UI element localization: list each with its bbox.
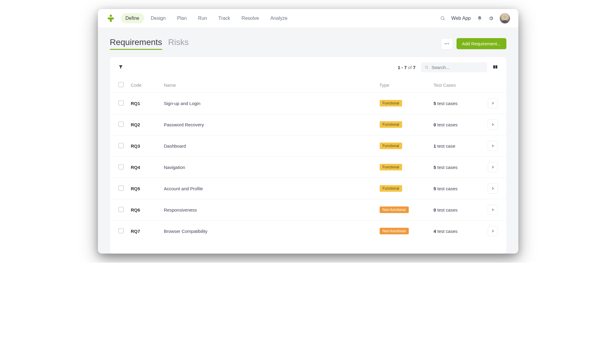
test-cases-count: 5 test cases [430,178,484,199]
app-window: DefineDesignPlanRunTrackResolveAnalyze W… [98,9,518,254]
table-row[interactable]: RQ4NavigationFunctional5 test cases [110,157,506,178]
requirement-code: RQ2 [127,114,160,135]
svg-point-0 [110,15,112,17]
svg-line-4 [444,19,445,20]
requirement-name: Dashboard [160,135,376,157]
row-expand-button[interactable] [488,119,498,130]
more-actions-button[interactable]: ··· [441,38,453,50]
row-checkbox[interactable] [118,122,124,127]
test-cases-count: 4 test cases [430,221,484,242]
select-all-checkbox[interactable] [118,82,124,87]
filter-icon[interactable] [118,65,123,71]
table-row[interactable]: RQ5Account and ProfileFunctional5 test c… [110,178,506,199]
pagination-total: 7 [413,65,415,70]
svg-point-6 [425,66,428,68]
table-row[interactable]: RQ2Password RecoveryFunctional0 test cas… [110,114,506,135]
page-tab-risks[interactable]: Risks [168,38,189,49]
svg-rect-2 [110,17,112,22]
test-cases-count: 5 test cases [430,157,484,178]
nav-item-resolve[interactable]: Resolve [237,13,264,23]
column-header-actions [484,78,506,93]
requirement-code: RQ6 [127,199,160,221]
requirement-name: Responsiveness [160,199,376,221]
requirement-name: Account and Profile [160,178,376,199]
row-expand-button[interactable] [488,162,498,172]
column-header-type[interactable]: Type [376,78,430,93]
table-row[interactable]: RQ7Browser CompatibilityNon-functional4 … [110,221,506,242]
top-bar: DefineDesignPlanRunTrackResolveAnalyze W… [98,9,518,28]
type-badge: Non-functional [380,228,409,234]
content-area: RequirementsRisks ··· Add Requirement...… [98,28,518,254]
top-bar-right: Web App [440,13,510,23]
row-checkbox[interactable] [118,164,124,170]
row-expand-button[interactable] [488,183,498,194]
page-tabs: RequirementsRisks [110,38,189,50]
requirement-name: Sign-up and Login [160,93,376,114]
project-selector[interactable]: Web App [451,16,471,21]
type-badge: Non-functional [380,206,409,213]
column-header-testcases[interactable]: Test Cases [430,78,484,93]
nav-item-track[interactable]: Track [214,13,235,23]
page-actions: ··· Add Requirement... [441,38,506,50]
row-expand-button[interactable] [488,141,498,151]
column-header-code[interactable]: Code [127,78,160,93]
requirement-name: Navigation [160,157,376,178]
search-box[interactable] [421,62,487,72]
search-input[interactable] [432,65,484,70]
test-cases-count: 0 test cases [430,199,484,221]
svg-point-5 [503,15,507,19]
nav-item-plan[interactable]: Plan [172,13,192,23]
nav-item-design[interactable]: Design [146,13,171,23]
gear-icon[interactable] [488,16,494,21]
requirements-card: 1 - 7 of 7 Code Name [110,57,506,254]
svg-rect-8 [493,65,495,68]
bell-icon[interactable] [477,16,482,21]
type-badge: Functional [380,100,402,107]
add-requirement-button[interactable]: Add Requirement... [457,38,506,49]
test-cases-count: 1 test case [430,135,484,157]
test-cases-count: 5 test cases [430,93,484,114]
table-toolbar: 1 - 7 of 7 [110,57,506,78]
row-checkbox[interactable] [118,100,124,106]
app-logo[interactable] [106,14,115,23]
page-tab-requirements[interactable]: Requirements [110,38,162,50]
row-expand-button[interactable] [488,205,498,215]
main-nav: DefineDesignPlanRunTrackResolveAnalyze [121,13,293,23]
type-badge: Functional [380,121,402,128]
pagination-range: 1 - 7 [398,65,407,70]
row-checkbox[interactable] [118,185,124,191]
row-checkbox[interactable] [118,143,124,148]
pagination-of: of [407,65,413,70]
type-badge: Functional [380,143,402,149]
page-header: RequirementsRisks ··· Add Requirement... [110,38,506,50]
table-row[interactable]: RQ3DashboardFunctional1 test case [110,135,506,157]
test-cases-count: 0 test cases [430,114,484,135]
pagination-label: 1 - 7 of 7 [398,65,415,70]
requirement-code: RQ1 [127,93,160,114]
svg-point-3 [441,17,444,20]
requirement-code: RQ5 [127,178,160,199]
requirement-name: Password Recovery [160,114,376,135]
nav-item-run[interactable]: Run [193,13,212,23]
columns-icon[interactable] [493,64,498,71]
type-badge: Functional [380,164,402,170]
requirement-code: RQ3 [127,135,160,157]
column-header-name[interactable]: Name [160,78,376,93]
nav-item-define[interactable]: Define [121,13,144,23]
user-avatar[interactable] [500,13,510,23]
row-checkbox[interactable] [118,228,124,233]
nav-item-analyze[interactable]: Analyze [266,13,292,23]
search-icon[interactable] [440,16,445,21]
table-row[interactable]: RQ1Sign-up and LoginFunctional5 test cas… [110,93,506,114]
svg-line-7 [427,68,428,69]
row-checkbox[interactable] [118,207,124,212]
requirement-code: RQ7 [127,221,160,242]
requirements-table: Code Name Type Test Cases RQ1Sign-up and… [110,78,506,242]
requirement-code: RQ4 [127,157,160,178]
column-header-select [110,78,127,93]
row-expand-button[interactable] [488,98,498,108]
row-expand-button[interactable] [488,226,498,236]
table-row[interactable]: RQ6ResponsivenessNon-functional0 test ca… [110,199,506,221]
requirement-name: Browser Compatibility [160,221,376,242]
type-badge: Functional [380,185,402,192]
